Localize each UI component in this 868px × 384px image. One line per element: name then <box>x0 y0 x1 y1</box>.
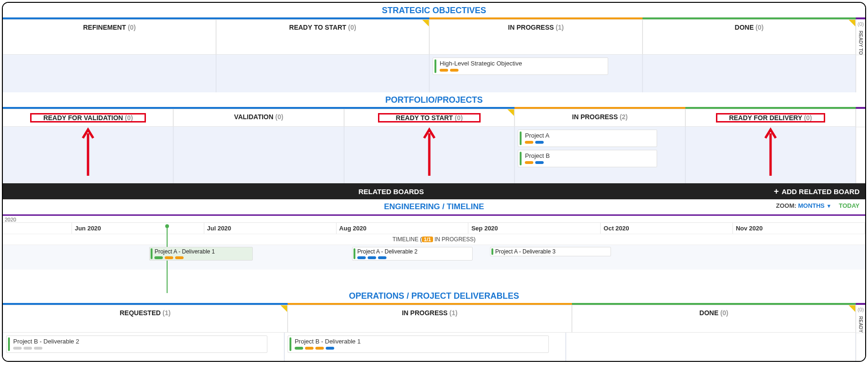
col-count: (0) <box>125 114 133 122</box>
zoom-label: ZOOM: <box>776 202 796 209</box>
card-chips <box>295 347 546 350</box>
col-count: (0) <box>348 24 356 31</box>
card-chips <box>440 69 605 72</box>
col-count: (0) <box>275 113 283 121</box>
operations-card-2[interactable]: Project B - Deliverable 1 <box>288 335 549 353</box>
strategic-lane: High-Level Strategic Objective <box>3 55 856 92</box>
operations-title: OPERATIONS / PROJECT DELIVERABLES <box>3 288 865 303</box>
portfolio-collapsed[interactable] <box>856 109 865 127</box>
timeline-month[interactable]: Nov 2020 <box>733 223 865 234</box>
strategic-card[interactable]: High-Level Strategic Objective <box>433 57 608 75</box>
portfolio-card-b[interactable]: Project B <box>518 150 657 167</box>
col-requested[interactable]: REQUESTED (1) <box>3 305 288 333</box>
portfolio-card-a[interactable]: Project A <box>518 130 657 147</box>
card-chips <box>357 256 469 259</box>
card-chips <box>13 347 264 350</box>
related-boards-bar: RELATED BOARDS + ADD RELATED BOARD <box>3 183 865 199</box>
timeline-header: ENGINEERING / TIMELINE ZOOM: MONTHS ▼ TO… <box>3 199 865 214</box>
timeline-item-1[interactable]: Project A - Deliverable 1 <box>149 247 253 261</box>
today-button[interactable]: TODAY <box>839 202 860 209</box>
timeline-item-title: Project A - Deliverable 1 <box>154 248 215 255</box>
col-count: (1) <box>556 24 564 31</box>
card-chips <box>154 256 249 259</box>
timeline-month[interactable]: Jun 2020 <box>72 223 204 234</box>
col-ready-for-delivery[interactable]: READY FOR DELIVERY (0) <box>685 109 856 127</box>
portfolio-lane: Project A Project B <box>3 127 856 183</box>
card-stripe-icon <box>491 248 493 255</box>
operations-lane: Project B - Deliverable 2 Project B - De… <box>3 333 856 361</box>
col-count: (2) <box>619 113 627 121</box>
col-label: READY TO START <box>396 114 453 122</box>
strategic-collapsed-body[interactable] <box>856 55 865 92</box>
arrow-up-icon <box>81 127 95 176</box>
col-label: READY TO START <box>289 24 346 31</box>
zoom-select[interactable]: MONTHS ▼ <box>798 202 833 209</box>
add-related-board-button[interactable]: + ADD RELATED BOARD <box>774 187 860 196</box>
col-refinement[interactable]: REFINEMENT (0) <box>3 19 216 55</box>
operations-columns: REQUESTED (1) IN PROGRESS (1) DONE (0) (… <box>3 305 865 333</box>
card-stripe-icon <box>289 337 291 351</box>
col-ready-to-start[interactable]: READY TO START (0) <box>216 19 429 55</box>
strategic-columns: REFINEMENT (0) READY TO START (0) IN PRO… <box>3 19 865 55</box>
timeline-item-2[interactable]: Project A - Deliverable 2 <box>352 247 473 261</box>
col-count: (0) <box>455 114 463 122</box>
card-title: Project B - Deliverable 2 <box>13 338 264 345</box>
portfolio-collapsed-body[interactable] <box>856 127 865 183</box>
arrow-up-icon <box>764 127 777 176</box>
col-done-2[interactable]: DONE (0) <box>572 305 856 333</box>
col-count: (1) <box>162 309 170 317</box>
operations-collapsed[interactable]: (0)READY <box>856 305 865 333</box>
col-label: IN PROGRESS <box>572 113 618 121</box>
add-related-board-label: ADD RELATED BOARD <box>781 188 860 196</box>
col-ready-for-validation[interactable]: READY FOR VALIDATION (0) <box>3 109 173 127</box>
col-label: DONE <box>735 24 754 31</box>
timeline-row[interactable]: Project A - Deliverable 1 Project A - De… <box>3 245 865 270</box>
related-boards-label: RELATED BOARDS <box>8 188 774 196</box>
timeline-year: 2020 <box>3 216 865 223</box>
card-title: Project B - Deliverable 1 <box>295 338 546 345</box>
col-ready-to-start-2[interactable]: READY TO START (0) <box>344 109 514 127</box>
portfolio-title: PORTFOLIO/PROJECTS <box>3 92 865 107</box>
col-count: (0) <box>755 24 764 31</box>
card-title: Project B <box>525 152 654 159</box>
col-label: REQUESTED <box>120 309 161 317</box>
card-stripe-icon <box>8 337 10 351</box>
operations-card-1[interactable]: Project B - Deliverable 2 <box>6 335 267 353</box>
card-stripe-icon <box>434 59 436 73</box>
col-label: DONE <box>699 309 718 317</box>
card-stripe-icon <box>151 248 153 259</box>
timeline-month[interactable] <box>3 223 72 234</box>
timeline-item-title: Project A - Deliverable 3 <box>495 248 555 255</box>
timeline-now-line <box>167 270 168 288</box>
timeline-month[interactable]: Aug 2020 <box>337 223 469 234</box>
col-validation[interactable]: VALIDATION (0) <box>173 109 344 127</box>
portfolio-columns: READY FOR VALIDATION (0) VALIDATION (0) … <box>3 109 865 127</box>
timeline-month[interactable]: Oct 2020 <box>601 223 733 234</box>
timeline-status-prefix: TIMELINE ( <box>393 236 422 243</box>
card-chips <box>525 161 654 164</box>
zoom-value: MONTHS <box>798 202 824 209</box>
card-stripe-icon <box>520 131 522 145</box>
col-in-progress[interactable]: IN PROGRESS (1) <box>429 19 643 55</box>
col-count: (0) <box>804 114 812 122</box>
col-label: READY FOR DELIVERY <box>729 114 802 122</box>
timeline-month[interactable]: Jul 2020 <box>204 223 337 234</box>
timeline-item-3[interactable]: Project A - Deliverable 3 <box>490 247 611 256</box>
collapsed-label: READY TO <box>858 29 863 55</box>
card-title: High-Level Strategic Objective <box>440 60 605 67</box>
col-label: IN PROGRESS <box>508 24 554 31</box>
strategic-title: STRATEGIC OBJECTIVES <box>3 3 865 17</box>
arrow-up-icon <box>423 127 436 176</box>
operations-collapsed-body[interactable] <box>856 333 865 361</box>
card-chips <box>525 141 654 144</box>
col-count: (0) <box>128 24 136 31</box>
col-label: READY FOR VALIDATION <box>43 114 123 122</box>
timeline-status-suffix: IN PROGRESS) <box>433 236 476 243</box>
col-in-progress-2[interactable]: IN PROGRESS (2) <box>514 109 685 127</box>
col-in-progress-3[interactable]: IN PROGRESS (1) <box>288 305 572 333</box>
timeline-month[interactable]: Sep 2020 <box>468 223 601 234</box>
card-stripe-icon <box>354 248 355 259</box>
col-label: VALIDATION <box>234 113 273 121</box>
strategic-collapsed[interactable]: (0)READY TO <box>856 19 865 55</box>
col-done[interactable]: DONE (0) <box>643 19 856 55</box>
